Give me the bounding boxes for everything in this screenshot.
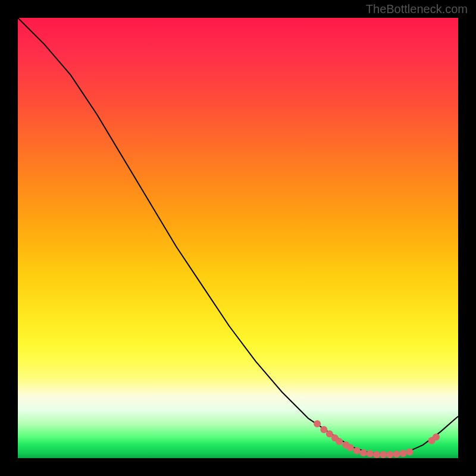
chart-marker <box>314 420 321 427</box>
chart-plot-area <box>18 18 458 458</box>
chart-markers <box>314 420 440 458</box>
chart-curve <box>18 18 458 455</box>
chart-marker <box>353 447 361 454</box>
chart-marker <box>373 451 380 458</box>
watermark: TheBottleneck.com <box>366 2 468 16</box>
chart-marker <box>386 451 393 458</box>
chart-marker <box>347 444 354 451</box>
chart-marker <box>336 438 343 445</box>
chart-marker <box>433 434 440 441</box>
chart-svg <box>18 18 458 458</box>
chart-marker <box>406 449 414 456</box>
chart-marker <box>393 450 400 458</box>
chart-marker <box>360 449 367 456</box>
chart-marker <box>320 426 327 433</box>
chart-marker <box>400 450 407 457</box>
chart-marker <box>380 451 387 458</box>
chart-marker <box>367 450 374 458</box>
